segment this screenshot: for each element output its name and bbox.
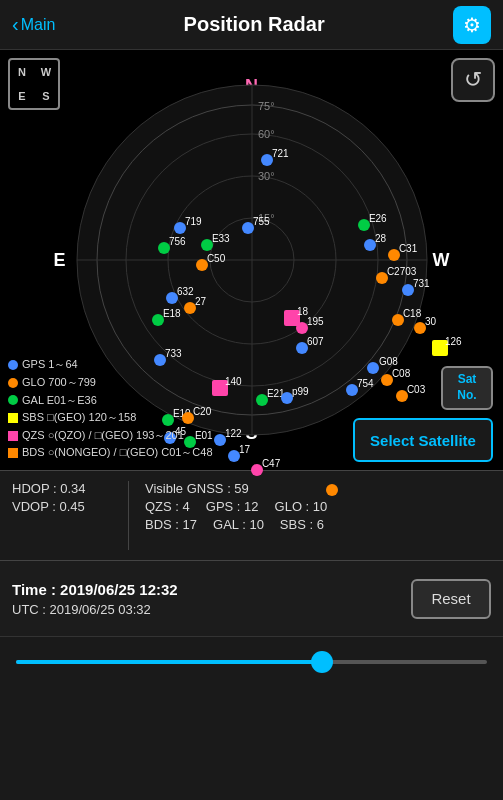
legend: GPS 1～64 GLO 700～799 GAL E01～E36 SBS □(G… (8, 356, 213, 462)
satellite-label: E26 (369, 212, 387, 223)
local-time: Time : 2019/06/25 12:32 (12, 581, 178, 598)
satellite-dot[interactable] (166, 292, 178, 304)
satellite-label: 122 (225, 427, 242, 438)
glo-color-dot (8, 378, 18, 388)
satellite-label: 731 (413, 277, 430, 288)
gps-count: GPS : 12 (206, 499, 259, 514)
satellite-dot[interactable] (346, 384, 358, 396)
cardinal-east: E (54, 250, 66, 271)
compass-nw: N (18, 66, 26, 78)
sbs-color-sq (8, 413, 18, 423)
satellite-dot[interactable] (358, 219, 370, 231)
satellite-label: 607 (307, 335, 324, 346)
satellite-dot[interactable] (396, 390, 408, 402)
satellite-label: 30 (425, 315, 436, 326)
chevron-left-icon: ‹ (12, 13, 19, 36)
satellite-dot[interactable] (251, 464, 263, 476)
satellite-label: 756 (169, 235, 186, 246)
gps-color-dot (8, 360, 18, 370)
satellite-dot[interactable] (261, 154, 273, 166)
gear-icon: ⚙ (463, 13, 481, 37)
satellite-dot[interactable] (201, 239, 213, 251)
satellite-dot[interactable] (367, 362, 379, 374)
satellite-dot[interactable] (152, 314, 164, 326)
sbs-count: SBS : 6 (280, 517, 324, 532)
slider-fill (16, 660, 322, 664)
select-satellite-label: Select Satellite (370, 432, 476, 449)
satellite-dot[interactable] (174, 222, 186, 234)
hdop-value: HDOP : 0.34 (12, 481, 112, 496)
compass-sw: E (18, 90, 25, 102)
qzs-count: QZS : 4 (145, 499, 190, 514)
satellite-dot[interactable] (196, 259, 208, 271)
select-satellite-button[interactable]: Select Satellite (353, 418, 493, 462)
info-divider (128, 481, 129, 550)
utc-time: UTC : 2019/06/25 03:32 (12, 602, 178, 617)
refresh-icon: ↺ (464, 67, 482, 93)
satellite-label: 755 (253, 215, 270, 226)
legend-gal: GAL E01～E36 (8, 392, 213, 410)
gear-button[interactable]: ⚙ (453, 6, 491, 44)
satellite-label: C47 (262, 457, 280, 468)
time-panel: Time : 2019/06/25 12:32 UTC : 2019/06/25… (0, 560, 503, 636)
satellite-dot[interactable] (214, 434, 226, 446)
satellite-label: 126 (445, 335, 462, 346)
legend-bds: BDS ○(NONGEO) / □(GEO) C01～C48 (8, 444, 213, 462)
bds-color-sq (8, 448, 18, 458)
gal-count: GAL : 10 (213, 517, 264, 532)
satellite-label: 719 (185, 215, 202, 226)
legend-sbs-label: SBS □(GEO) 120～158 (22, 409, 136, 427)
legend-gps-label: GPS 1～64 (22, 356, 78, 374)
satellite-dot[interactable] (242, 222, 254, 234)
timeline-slider[interactable] (16, 660, 487, 664)
satellite-dot[interactable] (184, 302, 196, 314)
satellite-label: 27 (195, 295, 206, 306)
bds-count: BDS : 17 (145, 517, 197, 532)
satellite-dot[interactable] (381, 374, 393, 386)
satellite-dot[interactable] (414, 322, 426, 334)
back-button[interactable]: ‹ Main (12, 13, 55, 36)
satellite-label: 632 (177, 285, 194, 296)
refresh-button[interactable]: ↺ (451, 58, 495, 102)
slider-panel (0, 636, 503, 686)
satellite-dot[interactable] (256, 394, 268, 406)
compass-rose: N W E S (8, 58, 60, 110)
satellite-dot[interactable] (326, 484, 338, 496)
legend-glo-label: GLO 700～799 (22, 374, 96, 392)
satellite-dot[interactable] (388, 249, 400, 261)
gnss-info: Visible GNSS : 59 QZS : 4 GPS : 12 GLO :… (145, 481, 491, 535)
cardinal-west: W (433, 250, 450, 271)
header: ‹ Main Position Radar ⚙ (0, 0, 503, 50)
compass-ne: W (41, 66, 51, 78)
legend-glo: GLO 700～799 (8, 374, 213, 392)
satellite-dot[interactable] (392, 314, 404, 326)
satellite-label: C18 (403, 307, 421, 318)
info-panel: HDOP : 0.34 VDOP : 0.45 Visible GNSS : 5… (0, 470, 503, 560)
vdop-value: VDOP : 0.45 (12, 499, 112, 514)
satellite-dot[interactable] (402, 284, 414, 296)
satellite-label: 17 (239, 443, 250, 454)
satellite-label: 140 (225, 375, 242, 386)
compass-se: S (42, 90, 49, 102)
slider-thumb[interactable] (311, 651, 333, 673)
sat-no-button[interactable]: SatNo. (441, 366, 493, 410)
legend-gps: GPS 1～64 (8, 356, 213, 374)
reset-button[interactable]: Reset (411, 579, 491, 619)
radar-section: N W E S ↺ N S E W 15° 30° 60° 75° (0, 50, 503, 470)
satellite-dot[interactable] (376, 272, 388, 284)
satellite-dot[interactable] (228, 450, 240, 462)
satellite-dot[interactable] (281, 392, 293, 404)
satellite-dot[interactable] (158, 242, 170, 254)
satellite-label: 754 (357, 377, 374, 388)
satellite-label: C50 (207, 252, 225, 263)
sat-no-label: SatNo. (457, 372, 476, 403)
satellite-dot[interactable] (364, 239, 376, 251)
satellite-label: p99 (292, 385, 309, 396)
satellite-label: 28 (375, 232, 386, 243)
legend-gal-label: GAL E01～E36 (22, 392, 97, 410)
time-info: Time : 2019/06/25 12:32 UTC : 2019/06/25… (12, 581, 178, 617)
satellite-label: E18 (163, 307, 181, 318)
satellite-dot[interactable] (296, 342, 308, 354)
legend-qzs-label: QZS ○(QZO) / □(GEO) 193～201 (22, 427, 184, 445)
satellite-label: G08 (379, 355, 398, 366)
